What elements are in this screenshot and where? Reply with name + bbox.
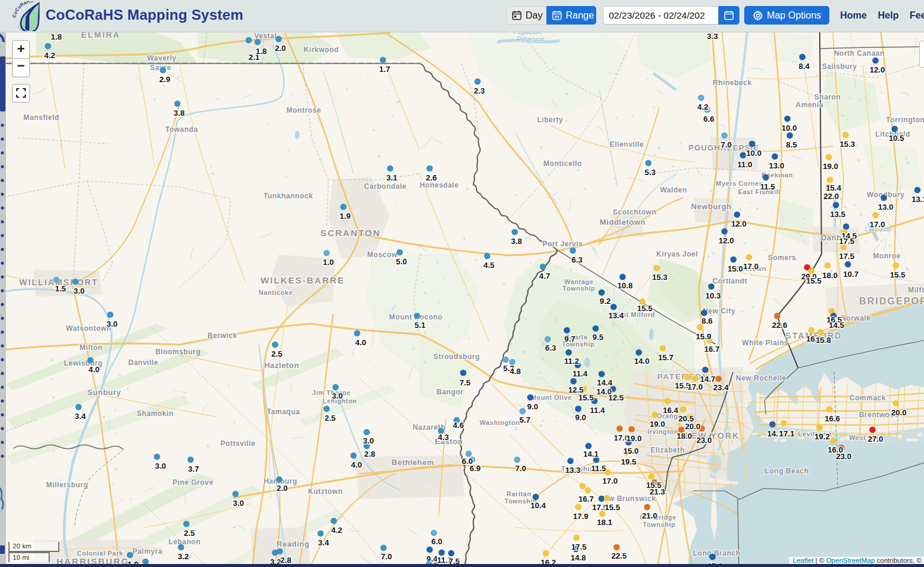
svg-text:2.5: 2.5	[184, 529, 195, 538]
svg-text:15.8: 15.8	[816, 336, 831, 345]
svg-text:Salisbury: Salisbury	[822, 62, 857, 71]
svg-text:13.5: 13.5	[830, 210, 846, 219]
svg-text:17.5: 17.5	[839, 237, 854, 246]
svg-text:23.4: 23.4	[713, 383, 729, 392]
svg-text:4.2: 4.2	[331, 526, 342, 535]
svg-text:16.7: 16.7	[578, 494, 594, 503]
svg-text:Kutztown: Kutztown	[308, 487, 343, 496]
svg-text:14.8: 14.8	[570, 553, 586, 562]
svg-text:19.5: 19.5	[621, 457, 636, 466]
svg-text:Milford: Milford	[908, 286, 924, 294]
svg-text:Shamokin: Shamokin	[137, 409, 173, 418]
svg-text:12.0: 12.0	[718, 236, 734, 245]
svg-text:15.4: 15.4	[826, 183, 841, 192]
svg-text:Honesdale: Honesdale	[419, 181, 458, 189]
svg-text:Montrose: Montrose	[286, 106, 321, 114]
svg-text:Reading: Reading	[277, 539, 310, 548]
svg-text:4.8: 4.8	[510, 367, 521, 376]
svg-text:16.4: 16.4	[663, 406, 678, 415]
svg-text:Moscow: Moscow	[367, 251, 398, 259]
svg-text:1.0: 1.0	[323, 258, 334, 267]
svg-text:13.0: 13.0	[769, 161, 784, 170]
svg-text:4.3: 4.3	[438, 433, 449, 442]
svg-text:9.5: 9.5	[593, 333, 603, 342]
svg-text:3.4: 3.4	[318, 538, 330, 547]
svg-text:5.0: 5.0	[396, 257, 407, 266]
svg-text:15.5: 15.5	[890, 270, 905, 279]
svg-text:4.5: 4.5	[484, 261, 494, 270]
svg-text:Lebanon: Lebanon	[168, 538, 201, 546]
svg-text:12.0: 12.0	[731, 219, 747, 228]
svg-text:5.1: 5.1	[415, 321, 425, 330]
svg-text:Township: Township	[643, 521, 676, 528]
svg-text:1.5: 1.5	[55, 284, 66, 293]
svg-text:3.0: 3.0	[74, 286, 84, 295]
svg-text:Sunbury: Sunbury	[87, 388, 121, 397]
svg-text:2.9: 2.9	[159, 75, 170, 84]
svg-text:18.1: 18.1	[597, 518, 612, 527]
svg-text:6.3: 6.3	[572, 255, 582, 264]
svg-text:3.4: 3.4	[75, 412, 86, 421]
svg-text:6.3: 6.3	[545, 343, 556, 352]
svg-text:1.9: 1.9	[340, 212, 351, 221]
svg-text:3.0: 3.0	[155, 462, 166, 471]
svg-text:8.5: 8.5	[786, 140, 797, 149]
svg-text:4.0: 4.0	[355, 338, 366, 347]
svg-text:Mount Olive: Mount Olive	[531, 394, 572, 401]
svg-text:Berwick: Berwick	[207, 331, 237, 340]
svg-text:SCRANTON: SCRANTON	[321, 228, 381, 238]
svg-text:3.3: 3.3	[707, 32, 718, 41]
svg-text:15.0: 15.0	[727, 264, 743, 273]
svg-text:4.6: 4.6	[453, 421, 464, 430]
svg-text:19.0: 19.0	[650, 420, 665, 429]
svg-text:4.2: 4.2	[697, 102, 708, 111]
svg-text:18.0: 18.0	[677, 432, 692, 441]
svg-text:11.4: 11.4	[573, 369, 588, 378]
svg-text:17.0: 17.0	[687, 382, 703, 391]
svg-text:11.2: 11.2	[564, 357, 579, 366]
svg-text:13.4: 13.4	[608, 311, 624, 320]
svg-text:Middletown: Middletown	[600, 218, 646, 227]
svg-text:3.0: 3.0	[233, 499, 244, 508]
svg-text:15.3: 15.3	[840, 140, 855, 149]
svg-text:4.0: 4.0	[351, 460, 362, 469]
svg-text:1.8: 1.8	[256, 47, 267, 56]
svg-text:Waverly: Waverly	[147, 54, 176, 62]
svg-text:Millersburg: Millersburg	[46, 481, 88, 489]
svg-text:NEW YORK: NEW YORK	[684, 431, 740, 441]
svg-text:9.7: 9.7	[564, 334, 575, 343]
svg-text:11.5: 11.5	[591, 464, 606, 473]
svg-text:Nanticoke: Nanticoke	[258, 289, 292, 296]
svg-text:10.3: 10.3	[705, 291, 721, 300]
svg-text:Long Branch: Long Branch	[693, 549, 741, 557]
svg-text:21.0: 21.0	[642, 511, 657, 520]
svg-text:18.0: 18.0	[822, 271, 838, 280]
svg-text:17.9: 17.9	[573, 512, 588, 521]
svg-text:Milton: Milton	[80, 343, 102, 352]
svg-text:Mansfield: Mansfield	[23, 113, 59, 122]
svg-text:8.4: 8.4	[799, 62, 810, 71]
svg-text:15.0: 15.0	[623, 447, 639, 456]
svg-text:9.0: 9.0	[575, 413, 586, 422]
svg-text:21.3: 21.3	[650, 487, 665, 496]
svg-text:Monticello: Monticello	[543, 159, 582, 168]
svg-text:27.0: 27.0	[868, 435, 883, 444]
svg-text:20.0: 20.0	[685, 422, 700, 431]
svg-text:3.8: 3.8	[511, 237, 522, 246]
svg-text:3.7: 3.7	[188, 465, 199, 473]
svg-text:Tunkhannock: Tunkhannock	[264, 192, 313, 200]
svg-text:Reservoir: Reservoir	[516, 35, 545, 43]
svg-text:15.3: 15.3	[652, 273, 668, 282]
svg-text:1.7: 1.7	[379, 65, 390, 74]
svg-text:White Plains: White Plains	[742, 339, 788, 347]
svg-text:15.7: 15.7	[658, 353, 674, 362]
svg-text:13.1: 13.1	[911, 195, 924, 204]
svg-text:Myers Corner: Myers Corner	[716, 180, 762, 187]
svg-text:Kiryas Joel: Kiryas Joel	[656, 250, 698, 258]
svg-text:Raritan: Raritan	[506, 490, 531, 497]
svg-text:13.0: 13.0	[878, 203, 893, 212]
svg-text:Norwalk: Norwalk	[841, 314, 871, 322]
svg-text:10.4: 10.4	[530, 501, 546, 510]
svg-text:7.0: 7.0	[721, 140, 732, 149]
svg-text:14.1: 14.1	[583, 450, 599, 459]
